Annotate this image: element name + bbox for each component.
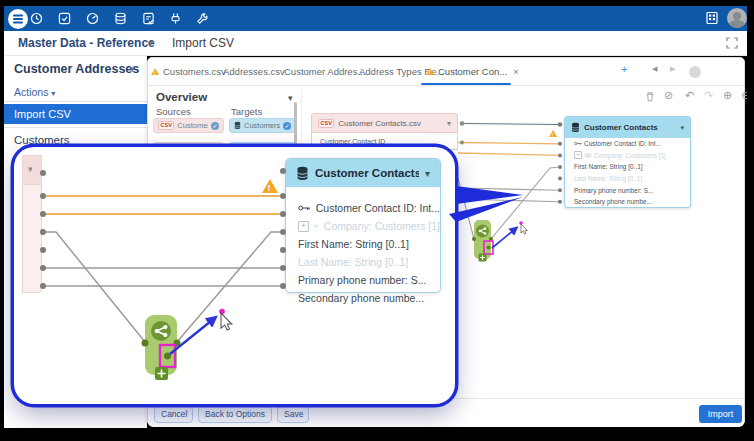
expand-icon[interactable]: +	[574, 151, 582, 159]
app-logo[interactable]	[8, 9, 28, 29]
caret-icon[interactable]: ▾	[447, 119, 451, 128]
sidebar-title-caret-icon[interactable]: ▾	[130, 64, 135, 74]
breadcrumb: Master Data - Reference ▾ Import CSV	[0, 31, 754, 56]
csv-badge: CSV	[318, 119, 334, 128]
caret-icon[interactable]: ▾	[680, 124, 684, 132]
avatar-silhouette-body	[729, 20, 745, 28]
port-dot[interactable]	[558, 177, 562, 181]
target-chip[interactable]: Customers ✓	[229, 118, 296, 133]
entity-field-row[interactable]: + Company: Customers [1]	[565, 150, 690, 162]
port-dot[interactable]	[460, 121, 465, 126]
node-port-dot	[174, 340, 181, 347]
sidebar-entity-title[interactable]: Customer Addresses	[14, 62, 139, 76]
node-port-dot[interactable]	[489, 237, 493, 241]
entity-field-row[interactable]: First Name: String [0..1]	[565, 161, 690, 173]
entity-field-row[interactable]: Last Name: String [0..1]	[565, 173, 690, 185]
screen-frame	[747, 0, 754, 441]
add-output-button[interactable]	[479, 254, 487, 262]
overview-title: Overview	[156, 91, 207, 103]
tab-customer-contacts-active[interactable]: ! Customer Con... ×	[426, 58, 518, 85]
scroll-tabs-right-icon[interactable]: ▶	[670, 65, 675, 73]
divider	[4, 127, 147, 128]
selected-port-highlight	[484, 241, 493, 254]
node-port-dot	[142, 340, 149, 347]
port-dot[interactable]	[558, 200, 562, 204]
apps-grid-icon[interactable]	[705, 11, 719, 25]
port-dot[interactable]	[558, 188, 562, 192]
sidebar-item-customers[interactable]: Customers	[14, 134, 70, 146]
drag-arrow	[170, 317, 216, 354]
transform-node[interactable]	[474, 220, 491, 259]
target-entity-header[interactable]: Customer Contacts ▾	[565, 117, 690, 138]
chevron-down-icon[interactable]: ▾	[148, 38, 153, 48]
add-output-button	[155, 367, 168, 380]
source-chip[interactable]: CSV Customer... ✓	[153, 118, 224, 133]
add-tab-button[interactable]: +	[621, 63, 627, 75]
app-logo-icon	[12, 13, 24, 25]
delete-icon[interactable]	[643, 90, 657, 103]
tab-addresses-csv[interactable]: Addresses.csv	[223, 58, 285, 85]
overview-collapse-icon[interactable]: ▾	[288, 93, 293, 103]
entity-field-row[interactable]: Primary phone number: S...	[565, 184, 690, 196]
transform-node-magnified	[145, 315, 177, 375]
warning-icon: !	[262, 179, 278, 193]
scroll-tabs-left-icon[interactable]: ◀	[652, 65, 657, 73]
user-avatar[interactable]	[727, 8, 747, 28]
tab-menu-button[interactable]	[689, 66, 701, 78]
transform-node-icon	[476, 225, 489, 238]
node-port-dot[interactable]	[472, 237, 476, 241]
node-port-dot	[164, 353, 171, 360]
port-dot[interactable]	[558, 142, 562, 146]
tab-customer-addresses[interactable]: Customer Addres...	[284, 58, 365, 85]
entity-icon	[234, 121, 241, 130]
unlink-icon[interactable]: ⊘	[664, 89, 673, 102]
targets-label: Targets	[231, 106, 262, 117]
entity-field-row: Customer Contact ID: Int...	[286, 199, 440, 217]
port-dot[interactable]	[558, 122, 563, 127]
key-icon	[298, 204, 311, 212]
entity-field-row: + Company: Customers [1]	[286, 217, 440, 235]
wrench-icon[interactable]	[195, 11, 209, 25]
target-entity-box-magnified: Customer Contacts ▾ Customer Contact ID:…	[285, 158, 441, 293]
back-to-options-button[interactable]: Back to Options	[198, 406, 272, 423]
check-icon: ✓	[283, 122, 291, 130]
breadcrumb-module-dropdown[interactable]: Master Data - Reference	[18, 36, 155, 50]
link-icon	[584, 153, 592, 158]
redo-icon[interactable]: ↷	[704, 89, 713, 102]
port-dot[interactable]	[558, 153, 562, 157]
caret-icon: ▾	[425, 168, 430, 179]
save-button[interactable]: Save	[277, 406, 309, 423]
port-dot[interactable]	[460, 141, 464, 145]
warning-icon: !	[151, 68, 159, 75]
plug-icon[interactable]	[168, 11, 182, 25]
port-dot[interactable]	[558, 165, 562, 169]
zoom-in-icon[interactable]: ⊕	[723, 89, 732, 102]
check-icon: ✓	[211, 122, 219, 130]
avatar-silhouette	[733, 12, 741, 20]
entity-icon	[296, 166, 309, 181]
active-tab-indicator	[421, 83, 511, 86]
cancel-button[interactable]: Cancel	[154, 406, 193, 423]
top-app-bar	[0, 6, 754, 31]
node-port-dot[interactable]	[487, 246, 491, 250]
sidebar-actions-menu[interactable]: Actions ▾	[14, 86, 55, 98]
target-entity-box[interactable]: Customer Contacts ▾ Customer Contact ID:…	[564, 116, 691, 208]
form-check-icon[interactable]	[141, 11, 155, 25]
caret-icon: ▾	[28, 164, 33, 174]
fullscreen-icon[interactable]	[726, 37, 738, 49]
tab-close-icon[interactable]: ×	[513, 67, 518, 77]
link-icon	[314, 222, 319, 230]
tab-customers-csv[interactable]: ! Customers.csv	[151, 58, 226, 85]
import-button[interactable]: Import	[699, 405, 742, 423]
database-icon[interactable]	[113, 11, 127, 25]
screen: Master Data - Reference ▾ Import CSV Cus…	[0, 0, 754, 441]
transform-node-icon	[151, 321, 171, 341]
source-table-header[interactable]: CSV Customer Contacts.csv ▾	[311, 113, 458, 133]
undo-icon[interactable]: ↶	[685, 89, 694, 102]
task-check-icon[interactable]	[57, 11, 71, 25]
clock-icon[interactable]	[29, 11, 43, 25]
gauge-icon[interactable]	[85, 11, 99, 25]
sidebar-item-import-csv[interactable]: Import CSV	[4, 104, 147, 124]
entity-field-row[interactable]: Secondary phone numbe...	[565, 196, 690, 208]
entity-field-row[interactable]: Customer Contact ID: Int...	[565, 138, 690, 150]
